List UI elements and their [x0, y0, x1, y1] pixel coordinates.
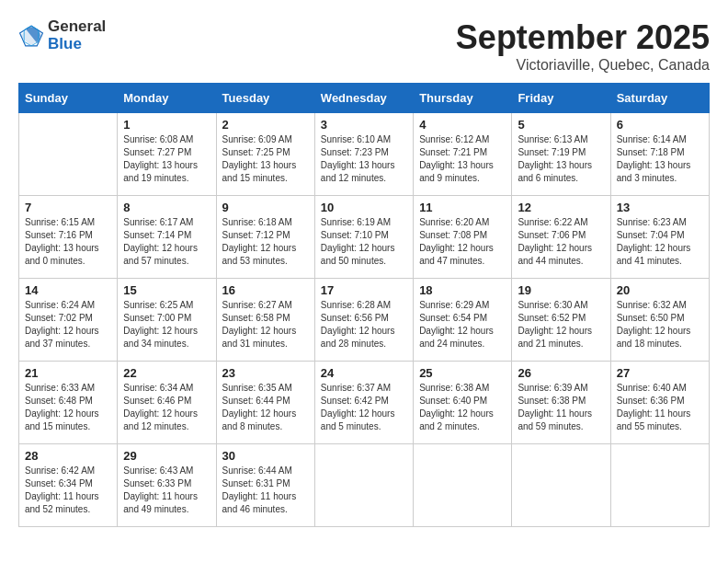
calendar-cell: [512, 444, 610, 527]
day-info: Sunrise: 6:27 AMSunset: 6:58 PMDaylight:…: [222, 299, 309, 350]
day-info: Sunrise: 6:42 AMSunset: 6:34 PMDaylight:…: [25, 465, 111, 516]
day-info: Sunrise: 6:35 AMSunset: 6:44 PMDaylight:…: [222, 382, 309, 433]
day-number: 25: [419, 366, 506, 380]
day-number: 21: [25, 366, 111, 380]
calendar: SundayMondayTuesdayWednesdayThursdayFrid…: [18, 83, 710, 527]
day-info: Sunrise: 6:20 AMSunset: 7:08 PMDaylight:…: [419, 216, 506, 268]
calendar-week-row: 7Sunrise: 6:15 AMSunset: 7:16 PMDaylight…: [19, 196, 710, 279]
calendar-cell: 25Sunrise: 6:38 AMSunset: 6:40 PMDayligh…: [414, 362, 512, 444]
calendar-cell: 14Sunrise: 6:24 AMSunset: 7:02 PMDayligh…: [19, 279, 118, 362]
day-number: 24: [321, 366, 407, 380]
day-number: 14: [25, 283, 111, 297]
day-info: Sunrise: 6:09 AMSunset: 7:25 PMDaylight:…: [222, 133, 309, 185]
day-info: Sunrise: 6:13 AMSunset: 7:19 PMDaylight:…: [518, 133, 604, 185]
day-info: Sunrise: 6:15 AMSunset: 7:16 PMDaylight:…: [25, 216, 111, 268]
calendar-cell: 12Sunrise: 6:22 AMSunset: 7:06 PMDayligh…: [512, 196, 610, 279]
day-number: 28: [25, 449, 111, 463]
logo-blue: Blue: [48, 36, 106, 53]
day-number: 3: [321, 118, 407, 132]
day-number: 20: [617, 283, 703, 297]
day-info: Sunrise: 6:23 AMSunset: 7:04 PMDaylight:…: [617, 216, 703, 268]
day-info: Sunrise: 6:39 AMSunset: 6:38 PMDaylight:…: [518, 382, 604, 433]
logo-icon: [18, 23, 44, 49]
day-number: 22: [123, 366, 210, 380]
day-number: 17: [321, 283, 407, 297]
day-number: 15: [123, 283, 210, 297]
weekday-header-cell: Friday: [512, 84, 610, 113]
calendar-cell: 20Sunrise: 6:32 AMSunset: 6:50 PMDayligh…: [610, 279, 709, 362]
calendar-cell: 9Sunrise: 6:18 AMSunset: 7:12 PMDaylight…: [216, 196, 314, 279]
day-info: Sunrise: 6:44 AMSunset: 6:31 PMDaylight:…: [222, 465, 309, 516]
calendar-cell: 27Sunrise: 6:40 AMSunset: 6:36 PMDayligh…: [610, 362, 709, 444]
calendar-cell: 18Sunrise: 6:29 AMSunset: 6:54 PMDayligh…: [414, 279, 512, 362]
day-number: 8: [123, 201, 210, 214]
calendar-cell: 10Sunrise: 6:19 AMSunset: 7:10 PMDayligh…: [314, 196, 413, 279]
day-number: 23: [222, 366, 309, 380]
calendar-cell: 29Sunrise: 6:43 AMSunset: 6:33 PMDayligh…: [118, 444, 216, 527]
calendar-cell: 3Sunrise: 6:10 AMSunset: 7:23 PMDaylight…: [314, 113, 413, 196]
day-info: Sunrise: 6:29 AMSunset: 6:54 PMDaylight:…: [419, 299, 506, 350]
day-info: Sunrise: 6:25 AMSunset: 7:00 PMDaylight:…: [123, 299, 210, 350]
day-number: 6: [617, 118, 703, 132]
day-number: 26: [518, 366, 604, 380]
day-number: 1: [123, 118, 210, 132]
day-number: 2: [222, 118, 309, 132]
logo-general: General: [48, 18, 106, 36]
day-info: Sunrise: 6:18 AMSunset: 7:12 PMDaylight:…: [222, 216, 309, 268]
day-number: 11: [419, 201, 506, 214]
day-number: 19: [518, 283, 604, 297]
day-number: 16: [222, 283, 309, 297]
calendar-cell: 26Sunrise: 6:39 AMSunset: 6:38 PMDayligh…: [512, 362, 610, 444]
calendar-cell: 22Sunrise: 6:34 AMSunset: 6:46 PMDayligh…: [118, 362, 216, 444]
day-number: 5: [518, 118, 604, 132]
month-title: September 2025: [456, 18, 710, 57]
weekday-header-cell: Saturday: [610, 84, 709, 113]
day-info: Sunrise: 6:22 AMSunset: 7:06 PMDaylight:…: [518, 216, 604, 268]
calendar-week-row: 14Sunrise: 6:24 AMSunset: 7:02 PMDayligh…: [19, 279, 710, 362]
weekday-header-cell: Monday: [118, 84, 216, 113]
calendar-cell: 1Sunrise: 6:08 AMSunset: 7:27 PMDaylight…: [118, 113, 216, 196]
day-info: Sunrise: 6:32 AMSunset: 6:50 PMDaylight:…: [617, 299, 703, 350]
day-info: Sunrise: 6:37 AMSunset: 6:42 PMDaylight:…: [321, 382, 407, 433]
calendar-cell: 30Sunrise: 6:44 AMSunset: 6:31 PMDayligh…: [216, 444, 314, 527]
weekday-header-row: SundayMondayTuesdayWednesdayThursdayFrid…: [19, 84, 710, 113]
day-info: Sunrise: 6:38 AMSunset: 6:40 PMDaylight:…: [419, 382, 506, 433]
day-info: Sunrise: 6:24 AMSunset: 7:02 PMDaylight:…: [25, 299, 111, 350]
calendar-cell: 19Sunrise: 6:30 AMSunset: 6:52 PMDayligh…: [512, 279, 610, 362]
location-title: Victoriaville, Quebec, Canada: [456, 57, 710, 74]
calendar-cell: 28Sunrise: 6:42 AMSunset: 6:34 PMDayligh…: [19, 444, 118, 527]
calendar-cell: 23Sunrise: 6:35 AMSunset: 6:44 PMDayligh…: [216, 362, 314, 444]
weekday-header-cell: Wednesday: [314, 84, 413, 113]
day-info: Sunrise: 6:10 AMSunset: 7:23 PMDaylight:…: [321, 133, 407, 185]
calendar-cell: 5Sunrise: 6:13 AMSunset: 7:19 PMDaylight…: [512, 113, 610, 196]
title-section: September 2025 Victoriaville, Quebec, Ca…: [456, 18, 710, 74]
day-info: Sunrise: 6:28 AMSunset: 6:56 PMDaylight:…: [321, 299, 407, 350]
day-number: 10: [321, 201, 407, 214]
weekday-header-cell: Tuesday: [216, 84, 314, 113]
day-number: 4: [419, 118, 506, 132]
day-info: Sunrise: 6:17 AMSunset: 7:14 PMDaylight:…: [123, 216, 210, 268]
day-number: 13: [617, 201, 703, 214]
day-number: 7: [25, 201, 111, 214]
day-info: Sunrise: 6:08 AMSunset: 7:27 PMDaylight:…: [123, 133, 210, 185]
day-info: Sunrise: 6:19 AMSunset: 7:10 PMDaylight:…: [321, 216, 407, 268]
logo-text: General Blue: [48, 18, 106, 52]
calendar-cell: 13Sunrise: 6:23 AMSunset: 7:04 PMDayligh…: [610, 196, 709, 279]
calendar-cell: 11Sunrise: 6:20 AMSunset: 7:08 PMDayligh…: [414, 196, 512, 279]
calendar-week-row: 1Sunrise: 6:08 AMSunset: 7:27 PMDaylight…: [19, 113, 710, 196]
day-number: 29: [123, 449, 210, 463]
calendar-cell: 16Sunrise: 6:27 AMSunset: 6:58 PMDayligh…: [216, 279, 314, 362]
calendar-cell: 17Sunrise: 6:28 AMSunset: 6:56 PMDayligh…: [314, 279, 413, 362]
calendar-cell: 24Sunrise: 6:37 AMSunset: 6:42 PMDayligh…: [314, 362, 413, 444]
calendar-cell: [414, 444, 512, 527]
weekday-header-cell: Thursday: [414, 84, 512, 113]
calendar-cell: 21Sunrise: 6:33 AMSunset: 6:48 PMDayligh…: [19, 362, 118, 444]
day-info: Sunrise: 6:40 AMSunset: 6:36 PMDaylight:…: [617, 382, 703, 433]
calendar-cell: 8Sunrise: 6:17 AMSunset: 7:14 PMDaylight…: [118, 196, 216, 279]
header: General Blue September 2025 Victoriavill…: [18, 18, 710, 74]
day-info: Sunrise: 6:43 AMSunset: 6:33 PMDaylight:…: [123, 465, 210, 516]
day-info: Sunrise: 6:34 AMSunset: 6:46 PMDaylight:…: [123, 382, 210, 433]
calendar-cell: 15Sunrise: 6:25 AMSunset: 7:00 PMDayligh…: [118, 279, 216, 362]
day-number: 18: [419, 283, 506, 297]
day-number: 27: [617, 366, 703, 380]
